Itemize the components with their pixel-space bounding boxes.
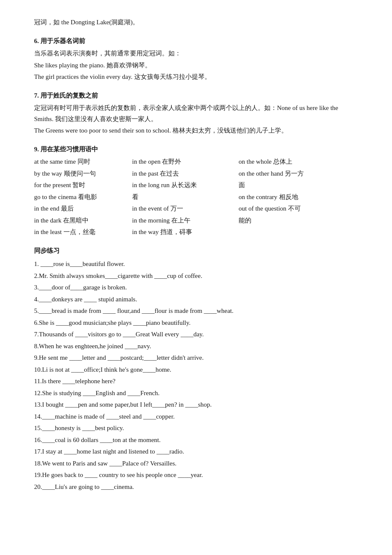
idioms-grid: at the same time 同时 in the open 在野外 on t… <box>34 156 358 238</box>
exercises-title: 同步练习 <box>34 246 358 257</box>
section-7-example2: The Greens were too poor to send their s… <box>34 125 358 136</box>
section-9-title: 9. 用在某些习惯用语中 <box>34 144 358 155</box>
idiom-17: in the morning 在上午 <box>132 215 234 226</box>
idiom-13: in the end 最后 <box>34 203 128 214</box>
section-7: 7. 用于姓氏的复数之前 定冠词有时可用于表示姓氏的复数前，表示全家人或全家中两… <box>34 90 358 136</box>
idiom-19: in the least 一点，丝毫 <box>34 227 128 238</box>
idiom-21 <box>239 227 341 238</box>
idiom-12: on the contrary 相反地 <box>239 192 341 203</box>
idiom-15: out of the question 不可 <box>239 203 341 214</box>
exercise-item-12: 12.She is studying ____English and ____F… <box>34 388 358 399</box>
idiom-4: by the way 顺便问一句 <box>34 168 128 179</box>
idiom-10: go to the cinema 看电影 <box>34 192 128 203</box>
idiom-11: 看 <box>132 192 234 203</box>
exercise-item-5: 5.____bread is made from ____ flour,and … <box>34 306 358 317</box>
section-9: 9. 用在某些习惯用语中 at the same time 同时 in the … <box>34 144 358 238</box>
section-6-example-2: The girl practices the violin every day.… <box>34 72 358 83</box>
exercise-item-20: 20.____Liu's are going to ____cinema. <box>34 482 358 493</box>
exercise-item-10: 10.Li is not at ____office;I think he's … <box>34 364 358 376</box>
idiom-8: in the long run 从长远来 <box>132 180 234 191</box>
section-6-title: 6. 用于乐器名词前 <box>34 36 358 47</box>
exercise-item-4: 4.____donkeys are ____ stupid animals. <box>34 294 358 305</box>
idiom-16: in the dark 在黑暗中 <box>34 215 128 226</box>
exercise-item-13: 13.I bought ____pen and some paper,but I… <box>34 399 358 410</box>
exercise-item-3: 3.____door of____garage is broken. <box>34 282 358 293</box>
section-6-desc: 当乐器名词表示演奏时，其前通常要用定冠词。如： <box>34 48 358 59</box>
idiom-9: 面 <box>239 180 341 191</box>
exercise-item-18: 18.We went to Paris and saw ____Palace o… <box>34 458 358 469</box>
exercise-item-14: 14.____machine is made of ____steel and … <box>34 411 358 422</box>
idiom-2: in the open 在野外 <box>132 156 234 168</box>
exercises-section: 同步练习 1. ____rose is____beautiful flower.… <box>34 246 358 493</box>
intro-section: 冠词，如 the Dongting Lake(洞庭湖)。 <box>34 17 358 28</box>
exercise-item-19: 19.He goes back to ____ country to see h… <box>34 470 358 481</box>
idiom-5: in the past 在过去 <box>132 168 234 179</box>
idiom-14: in the event of 万一 <box>132 203 234 214</box>
idiom-3: on the whole 总体上 <box>239 156 341 168</box>
section-6: 6. 用于乐器名词前 当乐器名词表示演奏时，其前通常要用定冠词。如： She l… <box>34 36 358 83</box>
exercise-item-2: 2.Mr. Smith always smokes____cigarette w… <box>34 271 358 282</box>
exercise-item-1: 1. ____rose is____beautiful flower. <box>34 259 358 270</box>
exercise-item-6: 6.She is ____good musician;she plays ___… <box>34 318 358 329</box>
section-7-title: 7. 用于姓氏的复数之前 <box>34 90 358 101</box>
exercise-item-15: 15.____honesty is ____best policy. <box>34 423 358 434</box>
exercise-item-17: 17.I stay at ____home last night and lis… <box>34 446 358 457</box>
section-7-desc: 定冠词有时可用于表示姓氏的复数前，表示全家人或全家中两个或两个以上的人。如：No… <box>34 103 358 124</box>
exercise-item-7: 7.Thousands of ____visitors go to ____Gr… <box>34 329 358 340</box>
idiom-1: at the same time 同时 <box>34 156 128 168</box>
page-content: 冠词，如 the Dongting Lake(洞庭湖)。 6. 用于乐器名词前 … <box>34 17 358 492</box>
section-6-example-1: She likes playing the piano. 她喜欢弹钢琴。 <box>34 60 358 71</box>
exercise-item-11: 11.Is there ____telephone here? <box>34 376 358 387</box>
idiom-20: in the way 挡道，碍事 <box>132 227 234 238</box>
idiom-7: for the present 暂时 <box>34 180 128 191</box>
exercises-list: 1. ____rose is____beautiful flower.2.Mr.… <box>34 259 358 492</box>
intro-line: 冠词，如 the Dongting Lake(洞庭湖)。 <box>34 17 358 28</box>
exercise-item-16: 16.____coal is 60 dollars ____ton at the… <box>34 435 358 446</box>
exercise-item-9: 9.He sent me ____letter and ____postcard… <box>34 353 358 364</box>
idiom-6: on the other hand 另一方 <box>239 168 341 179</box>
idiom-18: 能的 <box>239 215 341 226</box>
exercise-item-8: 8.When he was enghteen,he joined ____nav… <box>34 341 358 352</box>
